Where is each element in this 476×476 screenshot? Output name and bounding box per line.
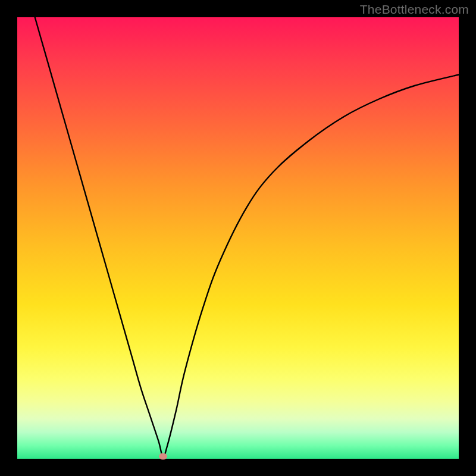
watermark-text: TheBottleneck.com	[360, 2, 469, 17]
bottleneck-curve	[17, 17, 459, 459]
chart-frame: TheBottleneck.com	[0, 0, 476, 476]
bottleneck-minimum-marker	[159, 453, 167, 460]
plot-area	[17, 17, 459, 459]
